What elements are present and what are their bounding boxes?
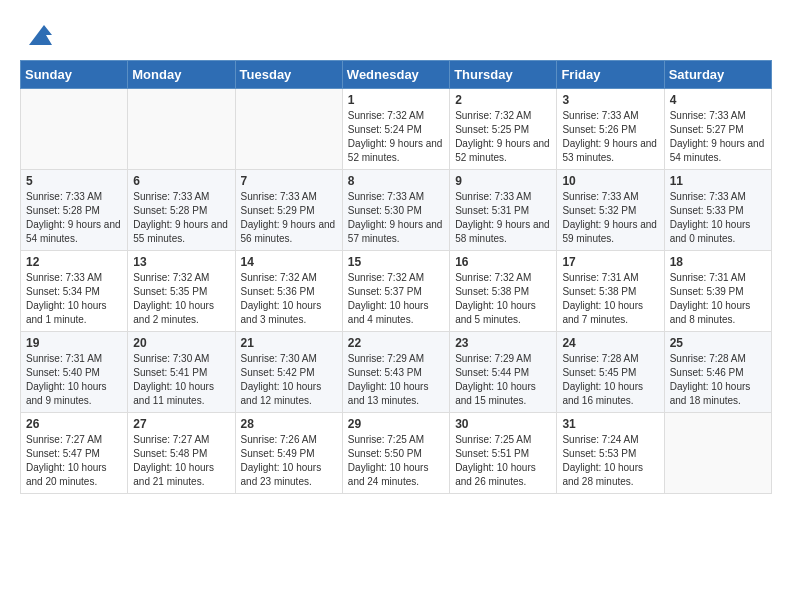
day-number: 25 (670, 336, 766, 350)
day-info: Sunrise: 7:32 AMSunset: 5:36 PMDaylight:… (241, 271, 337, 327)
day-cell: 16Sunrise: 7:32 AMSunset: 5:38 PMDayligh… (450, 251, 557, 332)
day-number: 3 (562, 93, 658, 107)
day-number: 30 (455, 417, 551, 431)
day-number: 23 (455, 336, 551, 350)
week-row-4: 19Sunrise: 7:31 AMSunset: 5:40 PMDayligh… (21, 332, 772, 413)
day-cell: 26Sunrise: 7:27 AMSunset: 5:47 PMDayligh… (21, 413, 128, 494)
day-cell: 14Sunrise: 7:32 AMSunset: 5:36 PMDayligh… (235, 251, 342, 332)
weekday-header-saturday: Saturday (664, 61, 771, 89)
day-number: 16 (455, 255, 551, 269)
day-number: 7 (241, 174, 337, 188)
day-info: Sunrise: 7:31 AMSunset: 5:40 PMDaylight:… (26, 352, 122, 408)
day-info: Sunrise: 7:33 AMSunset: 5:28 PMDaylight:… (133, 190, 229, 246)
day-info: Sunrise: 7:31 AMSunset: 5:39 PMDaylight:… (670, 271, 766, 327)
day-number: 2 (455, 93, 551, 107)
day-number: 21 (241, 336, 337, 350)
day-info: Sunrise: 7:32 AMSunset: 5:38 PMDaylight:… (455, 271, 551, 327)
day-number: 14 (241, 255, 337, 269)
day-number: 15 (348, 255, 444, 269)
weekday-header-row: SundayMondayTuesdayWednesdayThursdayFrid… (21, 61, 772, 89)
day-info: Sunrise: 7:33 AMSunset: 5:32 PMDaylight:… (562, 190, 658, 246)
day-info: Sunrise: 7:24 AMSunset: 5:53 PMDaylight:… (562, 433, 658, 489)
day-cell: 24Sunrise: 7:28 AMSunset: 5:45 PMDayligh… (557, 332, 664, 413)
day-cell: 18Sunrise: 7:31 AMSunset: 5:39 PMDayligh… (664, 251, 771, 332)
day-info: Sunrise: 7:29 AMSunset: 5:44 PMDaylight:… (455, 352, 551, 408)
day-number: 26 (26, 417, 122, 431)
day-number: 27 (133, 417, 229, 431)
day-number: 1 (348, 93, 444, 107)
day-info: Sunrise: 7:28 AMSunset: 5:46 PMDaylight:… (670, 352, 766, 408)
day-info: Sunrise: 7:33 AMSunset: 5:33 PMDaylight:… (670, 190, 766, 246)
weekday-header-thursday: Thursday (450, 61, 557, 89)
weekday-header-monday: Monday (128, 61, 235, 89)
day-number: 17 (562, 255, 658, 269)
week-row-1: 1Sunrise: 7:32 AMSunset: 5:24 PMDaylight… (21, 89, 772, 170)
day-cell: 10Sunrise: 7:33 AMSunset: 5:32 PMDayligh… (557, 170, 664, 251)
day-info: Sunrise: 7:28 AMSunset: 5:45 PMDaylight:… (562, 352, 658, 408)
day-cell (21, 89, 128, 170)
day-cell: 11Sunrise: 7:33 AMSunset: 5:33 PMDayligh… (664, 170, 771, 251)
day-number: 5 (26, 174, 122, 188)
day-info: Sunrise: 7:26 AMSunset: 5:49 PMDaylight:… (241, 433, 337, 489)
day-cell: 27Sunrise: 7:27 AMSunset: 5:48 PMDayligh… (128, 413, 235, 494)
day-number: 31 (562, 417, 658, 431)
day-info: Sunrise: 7:32 AMSunset: 5:25 PMDaylight:… (455, 109, 551, 165)
logo (20, 20, 54, 50)
day-cell: 8Sunrise: 7:33 AMSunset: 5:30 PMDaylight… (342, 170, 449, 251)
day-cell: 20Sunrise: 7:30 AMSunset: 5:41 PMDayligh… (128, 332, 235, 413)
day-info: Sunrise: 7:25 AMSunset: 5:50 PMDaylight:… (348, 433, 444, 489)
day-info: Sunrise: 7:31 AMSunset: 5:38 PMDaylight:… (562, 271, 658, 327)
day-info: Sunrise: 7:33 AMSunset: 5:29 PMDaylight:… (241, 190, 337, 246)
day-number: 29 (348, 417, 444, 431)
day-cell: 31Sunrise: 7:24 AMSunset: 5:53 PMDayligh… (557, 413, 664, 494)
day-cell: 3Sunrise: 7:33 AMSunset: 5:26 PMDaylight… (557, 89, 664, 170)
day-info: Sunrise: 7:33 AMSunset: 5:31 PMDaylight:… (455, 190, 551, 246)
day-cell: 22Sunrise: 7:29 AMSunset: 5:43 PMDayligh… (342, 332, 449, 413)
day-cell: 25Sunrise: 7:28 AMSunset: 5:46 PMDayligh… (664, 332, 771, 413)
page-header (20, 20, 772, 50)
day-info: Sunrise: 7:33 AMSunset: 5:26 PMDaylight:… (562, 109, 658, 165)
day-number: 28 (241, 417, 337, 431)
day-cell: 17Sunrise: 7:31 AMSunset: 5:38 PMDayligh… (557, 251, 664, 332)
day-number: 19 (26, 336, 122, 350)
day-cell: 4Sunrise: 7:33 AMSunset: 5:27 PMDaylight… (664, 89, 771, 170)
day-cell: 28Sunrise: 7:26 AMSunset: 5:49 PMDayligh… (235, 413, 342, 494)
day-cell: 21Sunrise: 7:30 AMSunset: 5:42 PMDayligh… (235, 332, 342, 413)
day-cell: 5Sunrise: 7:33 AMSunset: 5:28 PMDaylight… (21, 170, 128, 251)
day-info: Sunrise: 7:29 AMSunset: 5:43 PMDaylight:… (348, 352, 444, 408)
day-info: Sunrise: 7:32 AMSunset: 5:35 PMDaylight:… (133, 271, 229, 327)
day-number: 9 (455, 174, 551, 188)
day-info: Sunrise: 7:25 AMSunset: 5:51 PMDaylight:… (455, 433, 551, 489)
day-info: Sunrise: 7:27 AMSunset: 5:47 PMDaylight:… (26, 433, 122, 489)
weekday-header-sunday: Sunday (21, 61, 128, 89)
day-number: 8 (348, 174, 444, 188)
day-cell: 1Sunrise: 7:32 AMSunset: 5:24 PMDaylight… (342, 89, 449, 170)
day-info: Sunrise: 7:32 AMSunset: 5:24 PMDaylight:… (348, 109, 444, 165)
weekday-header-tuesday: Tuesday (235, 61, 342, 89)
logo-icon (24, 20, 54, 50)
svg-marker-0 (29, 25, 52, 45)
day-cell: 13Sunrise: 7:32 AMSunset: 5:35 PMDayligh… (128, 251, 235, 332)
day-cell: 30Sunrise: 7:25 AMSunset: 5:51 PMDayligh… (450, 413, 557, 494)
day-info: Sunrise: 7:33 AMSunset: 5:30 PMDaylight:… (348, 190, 444, 246)
day-info: Sunrise: 7:30 AMSunset: 5:42 PMDaylight:… (241, 352, 337, 408)
day-number: 12 (26, 255, 122, 269)
day-info: Sunrise: 7:27 AMSunset: 5:48 PMDaylight:… (133, 433, 229, 489)
day-number: 6 (133, 174, 229, 188)
day-info: Sunrise: 7:30 AMSunset: 5:41 PMDaylight:… (133, 352, 229, 408)
day-cell: 19Sunrise: 7:31 AMSunset: 5:40 PMDayligh… (21, 332, 128, 413)
day-cell: 2Sunrise: 7:32 AMSunset: 5:25 PMDaylight… (450, 89, 557, 170)
day-info: Sunrise: 7:33 AMSunset: 5:28 PMDaylight:… (26, 190, 122, 246)
day-cell (128, 89, 235, 170)
week-row-3: 12Sunrise: 7:33 AMSunset: 5:34 PMDayligh… (21, 251, 772, 332)
day-cell (235, 89, 342, 170)
day-info: Sunrise: 7:33 AMSunset: 5:27 PMDaylight:… (670, 109, 766, 165)
day-number: 13 (133, 255, 229, 269)
day-cell: 23Sunrise: 7:29 AMSunset: 5:44 PMDayligh… (450, 332, 557, 413)
day-number: 10 (562, 174, 658, 188)
weekday-header-friday: Friday (557, 61, 664, 89)
day-number: 20 (133, 336, 229, 350)
day-number: 18 (670, 255, 766, 269)
day-number: 4 (670, 93, 766, 107)
calendar-table: SundayMondayTuesdayWednesdayThursdayFrid… (20, 60, 772, 494)
